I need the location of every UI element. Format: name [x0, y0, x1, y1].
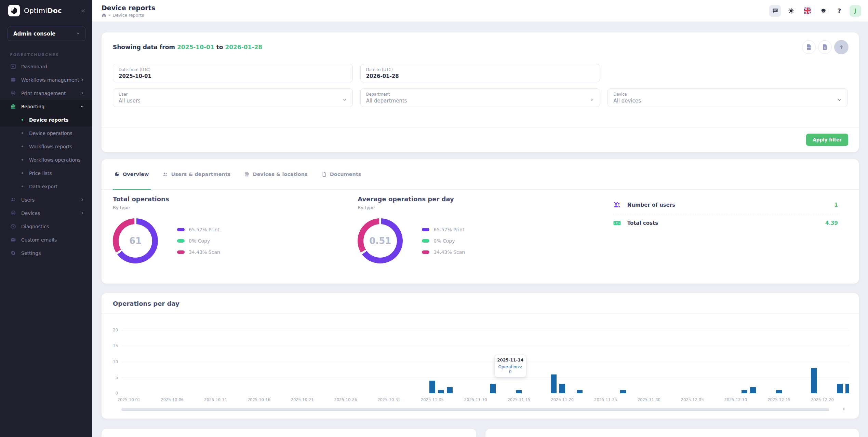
header-actions: ? J	[769, 5, 861, 17]
x-tick-label: 2025-10-01	[118, 397, 141, 402]
total-costs-row: 0 Total costs 4.39	[613, 216, 838, 231]
bar-2025-11-15[interactable]	[516, 390, 522, 393]
tab-devices-locations[interactable]: Devices & locations	[243, 172, 309, 189]
divider	[613, 214, 838, 214]
sidebar-item-print-management[interactable]: Print management	[0, 86, 92, 100]
tooltip-value: Operations: 0	[497, 365, 524, 374]
summary-stats-panel: Number of users 1 0 Total costs 4.39	[603, 195, 847, 263]
bar-2025-12-23[interactable]	[845, 384, 849, 393]
home-icon[interactable]	[102, 13, 106, 17]
average-operations-panel: Average operations per day By type 0.51 …	[358, 195, 602, 263]
gear-icon	[10, 250, 16, 256]
x-tick-label: 2025-11-30	[638, 397, 660, 402]
bar-2025-11-12[interactable]	[490, 384, 496, 393]
department-select[interactable]: Department All departments	[360, 88, 600, 107]
summary-date-from: 2025-10-01	[177, 44, 214, 51]
overview-body: Total operations By type 61 65.57% Print	[102, 190, 859, 263]
sidebar-item-label: Users	[21, 197, 35, 203]
x-tick-label: 2025-10-21	[291, 397, 314, 402]
bar-2025-12-12[interactable]	[750, 387, 756, 394]
department-select-value: All departments	[366, 98, 595, 104]
date-to-value: 2026-01-28	[366, 73, 595, 79]
donut-center: 0.51	[363, 224, 397, 258]
user-select[interactable]: User All users	[113, 88, 353, 107]
apply-filter-button[interactable]: Apply filter	[806, 134, 848, 146]
x-tick-label: 2025-12-10	[724, 397, 747, 402]
bar-2025-11-07[interactable]	[447, 387, 453, 394]
bar-2025-12-11[interactable]	[742, 390, 747, 393]
sidebar-item-label: Reporting	[21, 104, 44, 109]
csv-file-icon: CSV	[805, 44, 812, 51]
sidebar-subitem-workflows-operations[interactable]: Workflows operations	[0, 153, 92, 166]
page-title: Device reports	[102, 4, 155, 12]
bar-2025-12-19[interactable]	[811, 368, 817, 393]
gridline	[121, 330, 849, 330]
summary-date-to: 2026-01-28	[225, 44, 262, 51]
user-select-value: All users	[119, 98, 347, 104]
stat-label: Number of users	[627, 202, 676, 208]
sidebar-item-dashboard[interactable]: Dashboard	[0, 60, 92, 73]
sidebar-item-settings[interactable]: Settings	[0, 246, 92, 260]
feedback-chat-button[interactable]	[769, 5, 781, 17]
x-tick-label: 2025-11-15	[508, 397, 531, 402]
chevron-down-icon	[76, 31, 80, 37]
bar-2025-11-05[interactable]	[429, 381, 435, 393]
sidebar-item-custom-emails[interactable]: Custom emails	[0, 233, 92, 246]
sidebar-subitem-price-lists[interactable]: Price lists	[0, 166, 92, 180]
sidebar-subitem-workflows-reports[interactable]: Workflows reports	[0, 140, 92, 153]
sidebar-subitem-device-reports[interactable]: Device reports	[0, 113, 92, 126]
sidebar-subitem-label: Device operations	[29, 131, 72, 136]
theme-toggle-button[interactable]	[785, 5, 797, 17]
brand-name-light: Optimi	[24, 6, 47, 15]
sidebar-subitem-label: Workflows operations	[29, 157, 81, 163]
export-xls-button[interactable]: X	[818, 40, 832, 54]
sidebar-item-workflows-management[interactable]: Workflows management	[0, 73, 92, 86]
device-select-value: All devices	[613, 98, 842, 104]
filter-footer: Apply filter	[102, 127, 859, 152]
bar-2025-11-19[interactable]	[551, 374, 557, 394]
bar-2025-11-20[interactable]	[559, 384, 565, 393]
legend-item-copy: 0% Copy	[422, 238, 465, 244]
date-to-field[interactable]: Date to (UTC) 2026-01-28	[360, 64, 600, 82]
tooltip-date: 2025-11-14	[497, 358, 524, 363]
optimidoc-logo-icon	[8, 5, 20, 16]
language-switcher-button[interactable]	[801, 5, 813, 17]
academy-button[interactable]	[817, 5, 829, 17]
donut-center: 61	[119, 224, 152, 258]
sidebar-collapse-icon[interactable]: «	[81, 7, 85, 14]
department-select-label: Department	[366, 92, 595, 97]
users-group-icon	[613, 201, 622, 209]
tab-users-departments[interactable]: Users & departments	[161, 172, 232, 189]
legend-dot-copy	[422, 239, 429, 243]
device-select[interactable]: Device All devices	[607, 88, 847, 107]
xls-file-icon: X	[822, 44, 828, 51]
bar-2025-11-27[interactable]	[620, 390, 626, 393]
chart-horizontal-scrollbar[interactable]	[121, 408, 829, 411]
bar-2025-12-15[interactable]	[776, 390, 782, 393]
tab-documents[interactable]: Documents	[320, 172, 363, 189]
bar-2025-11-06[interactable]	[438, 390, 444, 393]
sidebar-item-diagnostics[interactable]: Diagnostics	[0, 220, 92, 233]
dashboard-icon	[10, 64, 16, 70]
date-from-field[interactable]: Date from (UTC) 2025-10-01	[113, 64, 353, 82]
chevron-down-icon	[343, 97, 347, 104]
sidebar-subitem-data-export[interactable]: Data export	[0, 180, 92, 193]
scroll-top-button[interactable]	[834, 40, 849, 54]
console-switcher-select[interactable]: Admin console	[8, 27, 85, 41]
legend-dot-print	[422, 228, 429, 231]
bar-2025-12-22[interactable]	[837, 384, 843, 393]
user-avatar[interactable]: J	[850, 5, 861, 17]
bullet-icon	[22, 159, 23, 161]
sidebar-item-devices[interactable]: Devices	[0, 206, 92, 220]
export-csv-button[interactable]: CSV	[802, 40, 816, 54]
bar-2025-11-22[interactable]	[577, 390, 583, 393]
sidebar-item-label: Devices	[21, 210, 40, 216]
report-tabs: Overview Users & departments Devices & l…	[102, 159, 859, 190]
printer-icon	[10, 90, 16, 96]
total-operations-panel: Total operations By type 61 65.57% Print	[113, 195, 358, 263]
tab-overview[interactable]: Overview	[113, 172, 151, 189]
sidebar-subitem-device-operations[interactable]: Device operations	[0, 126, 92, 140]
sidebar-item-reporting[interactable]: Reporting	[0, 100, 92, 113]
sidebar-item-users[interactable]: Users	[0, 193, 92, 206]
help-button[interactable]: ?	[833, 5, 845, 17]
